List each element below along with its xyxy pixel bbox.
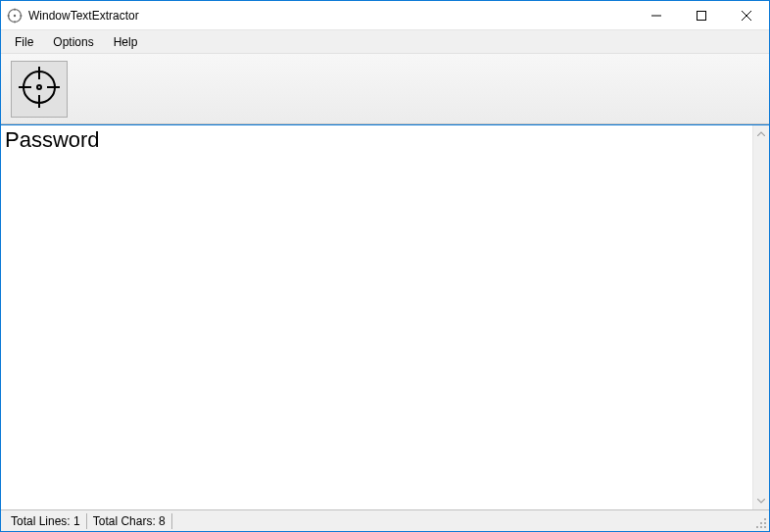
- vertical-scrollbar[interactable]: [752, 125, 769, 509]
- menu-options[interactable]: Options: [43, 33, 103, 51]
- toolbar: [1, 54, 769, 124]
- status-lines-label: Total Lines:: [11, 514, 71, 528]
- resize-gripper[interactable]: [749, 511, 767, 529]
- maximize-button[interactable]: [679, 1, 724, 29]
- svg-point-18: [764, 522, 766, 524]
- scroll-down-icon[interactable]: [753, 493, 769, 509]
- close-button[interactable]: [724, 1, 769, 29]
- crosshair-tool-button[interactable]: [11, 61, 68, 118]
- status-chars-label: Total Chars:: [93, 514, 156, 528]
- svg-point-20: [760, 526, 762, 528]
- menu-help[interactable]: Help: [104, 33, 148, 51]
- status-chars-value: 8: [159, 514, 166, 528]
- window-title: WindowTextExtractor: [28, 9, 139, 23]
- svg-point-16: [764, 518, 766, 520]
- titlebar[interactable]: WindowTextExtractor: [1, 1, 769, 30]
- crosshair-icon: [18, 66, 61, 112]
- menubar: File Options Help: [1, 30, 769, 54]
- status-total-chars: Total Chars: 8: [87, 513, 172, 529]
- content-area: Password: [1, 124, 769, 509]
- window-controls: [634, 1, 769, 29]
- menu-file[interactable]: File: [5, 33, 43, 51]
- svg-point-17: [760, 522, 762, 524]
- svg-point-21: [764, 526, 766, 528]
- extracted-text-area[interactable]: Password: [1, 125, 752, 509]
- scroll-up-icon[interactable]: [753, 125, 769, 142]
- app-icon: [7, 8, 23, 24]
- svg-rect-7: [698, 11, 706, 20]
- minimize-button[interactable]: [634, 1, 679, 29]
- app-window: WindowTextExtractor File Options Help: [0, 0, 770, 532]
- status-lines-value: 1: [73, 514, 80, 528]
- svg-point-19: [756, 526, 758, 528]
- statusbar: Total Lines: 1 Total Chars: 8: [1, 509, 769, 531]
- svg-point-11: [37, 85, 41, 89]
- status-total-lines: Total Lines: 1: [5, 513, 87, 529]
- svg-point-5: [14, 14, 16, 16]
